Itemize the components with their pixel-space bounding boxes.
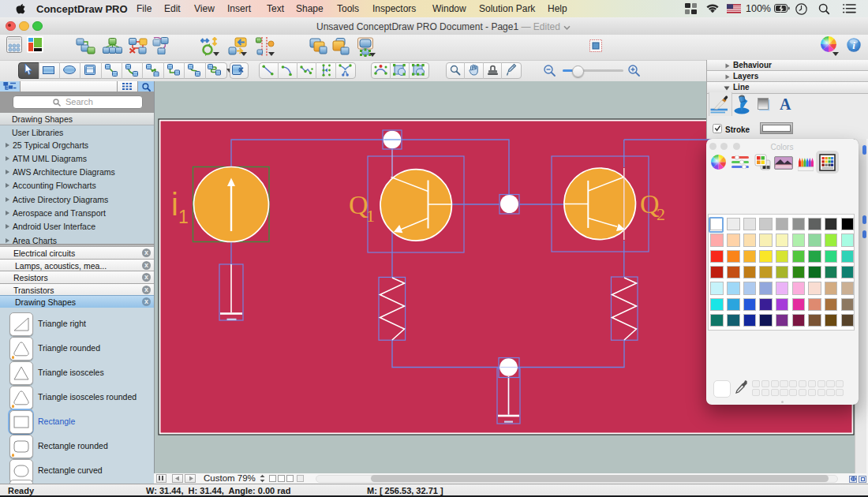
svg-text:Q: Q bbox=[349, 190, 369, 219]
svg-text:i: i bbox=[171, 187, 178, 222]
svg-text:1: 1 bbox=[366, 206, 375, 226]
svg-text:1: 1 bbox=[178, 207, 189, 227]
svg-text:i: i bbox=[852, 39, 855, 51]
svg-text:2: 2 bbox=[657, 204, 665, 224]
